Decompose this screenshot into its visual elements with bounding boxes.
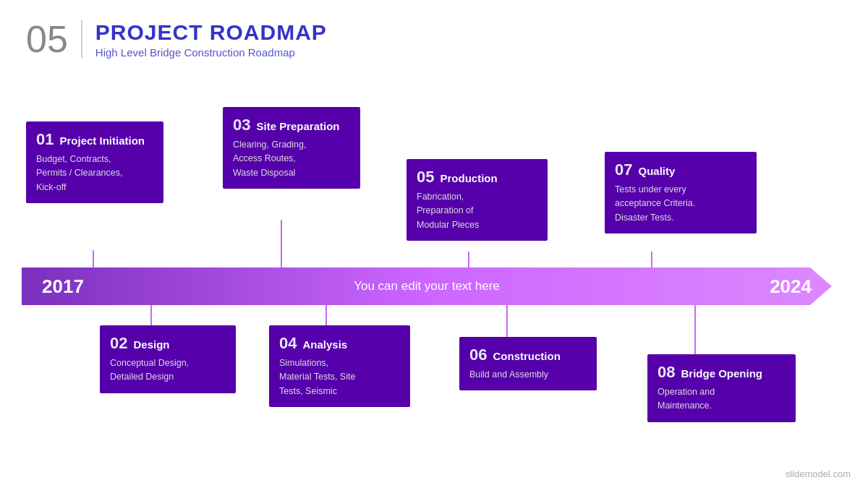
card-02-title: Design [133,338,169,351]
card-02-number: 02 [110,334,127,353]
connector-06 [506,305,508,337]
card-08-body: Operation andMaintenance. [658,385,786,414]
timeline-bar: 2017 You can edit your text here 2024 [22,267,832,305]
card-08: 08 Bridge Opening Operation andMaintenan… [647,354,796,422]
page-title: PROJECT ROADMAP [95,20,327,44]
card-08-title: Bridge Opening [681,367,762,380]
card-03: 03 Site Preparation Clearing, Grading,Ac… [223,107,360,189]
connector-07 [651,252,652,267]
card-04: 04 Analysis Simulations,Material Tests, … [269,325,410,407]
card-01-number: 01 [36,130,54,149]
timeline-start-year: 2017 [42,275,84,298]
card-03-body: Clearing, Grading,Access Routes,Waste Di… [233,138,350,180]
card-07-number: 07 [615,160,632,179]
card-02-body: Conceptual Design,Detailed Design [110,356,226,385]
card-05-title: Production [440,172,497,184]
connector-02 [150,305,152,325]
card-01-title: Project Initiation [59,134,145,147]
connector-08 [694,305,696,354]
header: 05 PROJECT ROADMAP High Level Bridge Con… [26,20,327,59]
card-03-header: 03 Site Preparation [233,116,350,134]
card-03-title: Site Preparation [256,120,339,132]
timeline-center-text: You can edit your text here [354,279,500,294]
card-04-body: Simulations,Material Tests, SiteTests, S… [279,356,400,398]
timeline-end-year: 2024 [770,275,812,298]
card-04-number: 04 [279,334,297,353]
card-03-number: 03 [233,116,250,134]
card-06-title: Construction [493,350,560,362]
card-06-body: Build and Assembly [469,368,587,382]
card-08-header: 08 Bridge Opening [658,363,786,382]
connector-05 [468,252,469,267]
card-06-number: 06 [469,346,487,364]
card-05-header: 05 Production [417,168,537,187]
card-01-body: Budget, Contracts,Permits / Clearances,K… [36,153,153,194]
card-06-header: 06 Construction [469,346,587,364]
card-05-number: 05 [417,168,434,187]
connector-04 [326,305,327,325]
card-02-header: 02 Design [110,334,226,353]
card-01-header: 01 Project Initiation [36,130,153,149]
watermark: slidemodel.com [786,468,851,479]
connector-01 [93,250,94,267]
card-01: 01 Project Initiation Budget, Contracts,… [26,121,163,203]
card-07: 07 Quality Tests under everyacceptance C… [605,152,757,234]
slide-number: 05 [26,20,82,58]
card-07-body: Tests under everyacceptance Criteria.Dis… [615,183,746,225]
card-08-number: 08 [658,363,675,382]
card-07-title: Quality [638,165,675,177]
card-06: 06 Construction Build and Assembly [459,337,597,390]
connector-03 [281,220,282,267]
card-05: 05 Production Fabrication,Preparation of… [407,159,548,241]
card-04-header: 04 Analysis [279,334,400,353]
card-05-body: Fabrication,Preparation ofModular Pieces [417,190,537,232]
card-04-title: Analysis [302,338,347,351]
card-02: 02 Design Conceptual Design,Detailed Des… [100,325,236,393]
card-07-header: 07 Quality [615,160,746,179]
header-text: PROJECT ROADMAP High Level Bridge Constr… [95,20,327,59]
page-subtitle: High Level Bridge Construction Roadmap [95,46,327,59]
